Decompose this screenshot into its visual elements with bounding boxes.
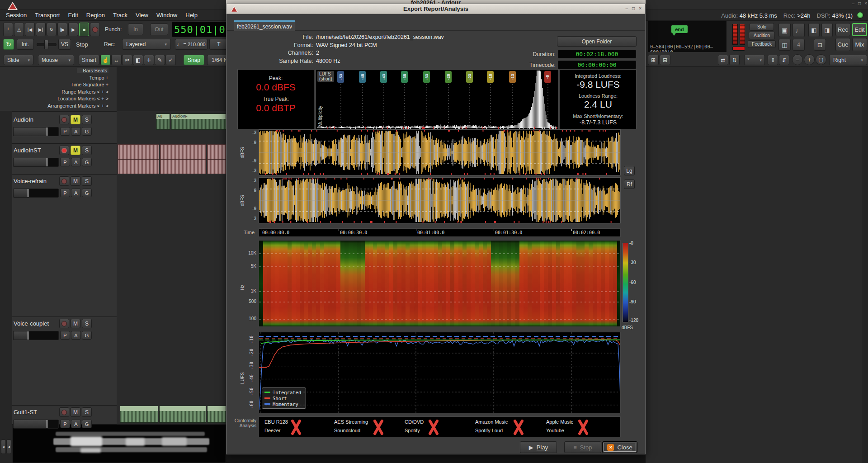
solo-button[interactable]: S	[82, 407, 92, 417]
zoom-in-button[interactable]: +	[804, 54, 815, 65]
track-name[interactable]: AudioInST	[14, 147, 41, 154]
zoom-focus-edge-select[interactable]: Right ▾	[829, 55, 867, 65]
group-button[interactable]: G	[82, 420, 92, 428]
shrink-tracks-button[interactable]: ◂	[1, 439, 6, 454]
audio-region[interactable]	[207, 406, 226, 423]
export-file-tab[interactable]: feb20261_session.wav	[234, 20, 295, 31]
playlist-button[interactable]: P	[60, 127, 70, 136]
loop-button[interactable]: ↻	[47, 23, 57, 36]
time-signature-button[interactable]: T	[209, 39, 228, 50]
expand-vertical-button[interactable]: ⇵	[779, 55, 789, 65]
audio-region[interactable]	[120, 406, 158, 423]
menu-track[interactable]: Track	[109, 10, 132, 20]
zoom-out-button[interactable]: −	[792, 54, 803, 65]
gain-fader[interactable]	[13, 158, 59, 167]
expand-tracks-button[interactable]: ◂	[6, 439, 11, 454]
menu-help[interactable]: Help	[181, 10, 202, 20]
zoom-focus-select[interactable]: * ▾	[744, 55, 765, 65]
automation-button[interactable]: A	[71, 420, 81, 428]
shuttle-handle[interactable]	[44, 40, 48, 49]
close-button[interactable]: × Close	[602, 441, 637, 453]
count-in-button[interactable]: 4	[793, 39, 805, 51]
solo-button[interactable]: S	[82, 115, 92, 124]
nudge-back-button[interactable]: ⇄	[718, 55, 728, 65]
metronome-button[interactable]: ♩	[793, 23, 805, 37]
ruler-row-arrangement-markers[interactable]: Arrangement Markers < + >	[0, 103, 108, 109]
editor-summary[interactable]	[12, 424, 226, 463]
rectified-button[interactable]: Rf	[624, 180, 635, 189]
mute-button[interactable]: M	[71, 176, 80, 186]
cue-page-button[interactable]: Cue	[835, 38, 850, 51]
menu-transport[interactable]: Transport	[31, 10, 64, 20]
gain-fader[interactable]	[13, 420, 59, 429]
edit-mode-select[interactable]: Slide ▾	[4, 55, 33, 65]
menu-edit[interactable]: Edit	[64, 10, 82, 20]
monitor-disk-button[interactable]: ◨	[821, 23, 833, 37]
primary-clock[interactable]: 550|01|00	[172, 22, 234, 37]
insert-marker-button[interactable]: ⊞	[648, 55, 659, 65]
automation-button[interactable]: A	[71, 158, 81, 166]
mute-button[interactable]: M	[71, 115, 80, 124]
playlist-button[interactable]: P	[60, 331, 70, 340]
audio-region[interactable]	[118, 144, 159, 174]
metronome-button[interactable]: △	[14, 23, 24, 36]
dialog-maximize-icon[interactable]: □	[632, 6, 635, 11]
solo-button[interactable]: S	[82, 146, 92, 155]
grab-tool-button[interactable]: ☝	[100, 55, 111, 65]
fade-tool-button[interactable]: ◧	[133, 55, 143, 65]
audio-region[interactable]: Au	[156, 113, 170, 130]
midi-panic-button[interactable]: !	[3, 23, 13, 36]
monitor-options-button[interactable]: ◫	[778, 39, 791, 51]
cut-tool-button[interactable]: ✂	[122, 55, 132, 65]
go-start-button[interactable]: |◀	[25, 23, 35, 36]
punch-out-button[interactable]: Out	[150, 24, 168, 35]
dialog-close-icon[interactable]: ×	[639, 6, 642, 11]
audio-region[interactable]	[159, 406, 206, 423]
ruler-row-bars-beats[interactable]: Bars:Beats	[77, 68, 108, 73]
mute-button[interactable]: M	[71, 319, 80, 328]
playlist-button[interactable]: P	[60, 420, 70, 428]
group-button[interactable]: G	[82, 189, 92, 197]
dialog-titlebar[interactable]: Export Report/Analysis – □ ×	[226, 4, 645, 14]
record-arm-button[interactable]	[59, 176, 69, 186]
play-button[interactable]: ▶	[68, 23, 78, 36]
group-button[interactable]: G	[82, 127, 92, 136]
group-button[interactable]: G	[82, 331, 92, 340]
track-name[interactable]: AudioIn	[14, 116, 33, 123]
range-tool-button[interactable]: ↔	[111, 55, 122, 65]
monitor-input-button[interactable]: ◧	[808, 23, 820, 37]
audio-region[interactable]: AudioIn-	[171, 113, 226, 130]
record-button[interactable]	[90, 23, 100, 36]
mute-button[interactable]: M	[71, 407, 80, 417]
record-arm-button[interactable]	[59, 115, 69, 124]
gain-fader[interactable]	[13, 189, 59, 198]
record-arm-button[interactable]	[59, 407, 69, 417]
punch-record-icon-button[interactable]: ▣	[778, 23, 791, 37]
ruler-row-tempo[interactable]: Tempo +	[0, 75, 108, 80]
record-arm-button[interactable]	[59, 319, 69, 328]
gain-fader[interactable]	[13, 127, 59, 136]
audio-region[interactable]	[160, 144, 206, 174]
menu-view[interactable]: View	[132, 10, 152, 20]
sync-internal-button[interactable]: Int.	[17, 39, 34, 50]
track-name[interactable]: Voice-refrain	[14, 178, 47, 184]
solo-button[interactable]: Solo	[750, 23, 774, 31]
automation-button[interactable]: A	[71, 127, 81, 136]
mix-page-button[interactable]: Mix	[852, 38, 867, 51]
audio-region[interactable]	[207, 144, 226, 174]
rec-page-button[interactable]: Rec	[835, 23, 850, 36]
track-name[interactable]: Guit1-ST	[14, 409, 37, 416]
record-arm-button[interactable]	[59, 146, 69, 155]
automation-button[interactable]: A	[71, 331, 81, 340]
go-end-button[interactable]: ▶|	[36, 23, 46, 36]
punch-in-button[interactable]: In	[128, 24, 143, 35]
ruler-row-time-signature[interactable]: Time Signature +	[0, 82, 108, 87]
stop-button[interactable]: ■ Stop	[564, 441, 601, 453]
nudge-forward-button[interactable]: ⇅	[729, 55, 740, 65]
ruler-row-range-markers[interactable]: Range Markers < + >	[0, 89, 108, 94]
draw-tool-button[interactable]: ✎	[155, 55, 165, 65]
tempo-button[interactable]: ♩ = 210.000	[175, 39, 208, 50]
zoom-fit-button[interactable]: ▢	[816, 54, 826, 65]
vertical-scrollbar[interactable]	[863, 67, 868, 463]
menu-window[interactable]: Window	[152, 10, 181, 20]
